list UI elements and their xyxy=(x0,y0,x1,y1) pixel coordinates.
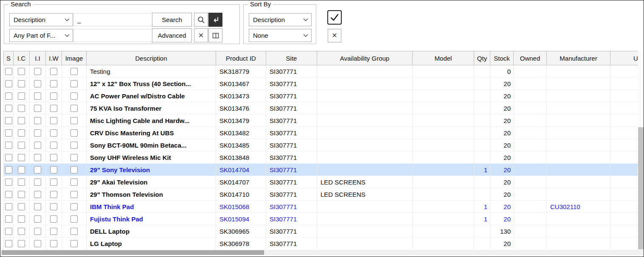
cell-qty[interactable] xyxy=(474,188,490,201)
row-checkbox-iw[interactable] xyxy=(50,105,57,112)
cell-site[interactable]: SI307771 xyxy=(266,127,317,139)
row-checkbox-ii[interactable] xyxy=(34,154,41,161)
row-checkbox-iw[interactable] xyxy=(50,80,57,87)
row-checkbox-ii[interactable] xyxy=(34,228,41,235)
cell-model[interactable] xyxy=(413,151,474,164)
row-checkbox-s[interactable] xyxy=(5,142,12,149)
return-arrow-button[interactable] xyxy=(208,13,222,27)
cell-site[interactable]: SI307771 xyxy=(266,201,317,213)
row-checkbox-s[interactable] xyxy=(5,166,12,173)
cell-u[interactable] xyxy=(610,102,638,115)
cell-u[interactable] xyxy=(610,164,638,176)
cell-u[interactable] xyxy=(610,176,638,188)
row-checkbox-ii[interactable] xyxy=(34,179,41,186)
cell-qty[interactable] xyxy=(474,225,490,237)
column-header-manufacturer[interactable]: Manufacturer xyxy=(547,51,610,65)
cell-manufacturer[interactable] xyxy=(547,213,610,225)
cell-manufacturer[interactable] xyxy=(547,188,610,201)
cell-product_id[interactable]: SK306978 xyxy=(216,237,266,250)
row-checkbox-image[interactable] xyxy=(70,129,78,137)
cell-owned[interactable] xyxy=(514,176,547,188)
cell-model[interactable] xyxy=(413,102,474,115)
cell-site[interactable]: SI307771 xyxy=(266,237,317,250)
cell-availability_group[interactable] xyxy=(317,201,413,213)
table-row[interactable]: Sony UHF Wireless Mic KitSK013848SI30777… xyxy=(4,151,638,164)
row-checkbox-s[interactable] xyxy=(5,129,12,137)
secondary-sort-dropdown[interactable]: None xyxy=(249,29,312,42)
cell-stock[interactable]: 20 xyxy=(490,176,514,188)
cell-owned[interactable] xyxy=(514,225,547,237)
column-header-availability_group[interactable]: Availability Group xyxy=(317,51,413,65)
row-checkbox-iw[interactable] xyxy=(50,166,57,173)
cell-description[interactable]: DELL Laptop xyxy=(87,225,216,237)
cell-owned[interactable] xyxy=(514,151,547,164)
row-checkbox-image[interactable] xyxy=(70,80,78,87)
row-checkbox-ii[interactable] xyxy=(34,142,41,149)
cell-model[interactable] xyxy=(413,78,474,90)
row-checkbox-ic[interactable] xyxy=(18,228,25,235)
row-checkbox-ii[interactable] xyxy=(34,105,41,112)
cell-stock[interactable]: 20 xyxy=(490,139,514,151)
row-checkbox-ic[interactable] xyxy=(18,191,25,198)
cell-product_id[interactable]: SK015094 xyxy=(216,213,266,225)
cell-manufacturer[interactable] xyxy=(547,90,610,102)
cell-model[interactable] xyxy=(413,139,474,151)
cell-model[interactable] xyxy=(413,65,474,78)
table-row[interactable]: Fujistu Think PadSK015094SI307771120 xyxy=(4,213,638,225)
cell-description[interactable]: 29" Thomson Television xyxy=(87,188,216,201)
row-checkbox-image[interactable] xyxy=(70,166,78,173)
horizontal-scrollbar-thumb[interactable] xyxy=(2,250,264,255)
advanced-button[interactable]: Advanced xyxy=(152,28,192,42)
table-row[interactable]: 12" x 12" Box Truss (40 Section...SK0134… xyxy=(4,78,638,90)
table-row[interactable]: 29" Thomson TelevisionSK014710SI307771LE… xyxy=(4,188,638,201)
cell-manufacturer[interactable] xyxy=(547,78,610,90)
cell-availability_group[interactable] xyxy=(317,237,413,250)
column-header-product_id[interactable]: Product ID xyxy=(216,51,266,65)
cell-site[interactable]: SI307771 xyxy=(266,139,317,151)
cell-availability_group[interactable] xyxy=(317,78,413,90)
cell-qty[interactable] xyxy=(474,127,490,139)
cell-model[interactable] xyxy=(413,127,474,139)
table-row[interactable]: CRV Disc Mastering At UBSSK013482SI30777… xyxy=(4,127,638,139)
clear-search-button[interactable]: ✕ xyxy=(194,28,208,42)
cell-stock[interactable]: 0 xyxy=(490,65,514,78)
cell-owned[interactable] xyxy=(514,78,547,90)
cell-u[interactable] xyxy=(610,65,638,78)
cell-owned[interactable] xyxy=(514,188,547,201)
table-row[interactable]: 29" Sony TelevisionSK014704SI307771120 xyxy=(4,164,638,176)
cell-availability_group[interactable] xyxy=(317,213,413,225)
row-checkbox-image[interactable] xyxy=(70,92,78,100)
cell-site[interactable]: SI307771 xyxy=(266,78,317,90)
cell-stock[interactable]: 20 xyxy=(490,213,514,225)
cell-site[interactable]: SI307771 xyxy=(266,65,317,78)
cell-product_id[interactable]: SK014704 xyxy=(216,164,266,176)
cell-product_id[interactable]: SK013467 xyxy=(216,78,266,90)
cell-availability_group[interactable] xyxy=(317,65,413,78)
cell-availability_group[interactable] xyxy=(317,164,413,176)
cell-product_id[interactable]: SK306965 xyxy=(216,225,266,237)
cell-qty[interactable] xyxy=(474,65,490,78)
table-row[interactable]: 29" Akai TelevisionSK014707SI307771LED S… xyxy=(4,176,638,188)
cell-owned[interactable] xyxy=(514,102,547,115)
row-checkbox-ii[interactable] xyxy=(34,240,41,247)
table-row[interactable]: TestingSK318779SI3077710 xyxy=(4,65,638,78)
cell-owned[interactable] xyxy=(514,213,547,225)
cell-u[interactable] xyxy=(610,139,638,151)
table-row[interactable]: Sony BCT-90ML 90min Betaca...SK013485SI3… xyxy=(4,139,638,151)
cell-u[interactable] xyxy=(610,225,638,237)
layout-button[interactable] xyxy=(208,28,222,42)
row-checkbox-iw[interactable] xyxy=(50,228,57,235)
cell-u[interactable] xyxy=(610,213,638,225)
row-checkbox-image[interactable] xyxy=(70,191,78,198)
cell-availability_group[interactable] xyxy=(317,151,413,164)
cell-site[interactable]: SI307771 xyxy=(266,225,317,237)
cell-u[interactable] xyxy=(610,237,638,250)
row-checkbox-image[interactable] xyxy=(70,117,78,124)
cell-product_id[interactable]: SK013473 xyxy=(216,90,266,102)
row-checkbox-s[interactable] xyxy=(5,240,12,247)
cell-availability_group[interactable] xyxy=(317,225,413,237)
cell-availability_group[interactable]: LED SCREENS xyxy=(317,176,413,188)
cell-u[interactable] xyxy=(610,151,638,164)
cell-product_id[interactable]: SK013482 xyxy=(216,127,266,139)
cell-stock[interactable]: 20 xyxy=(490,201,514,213)
